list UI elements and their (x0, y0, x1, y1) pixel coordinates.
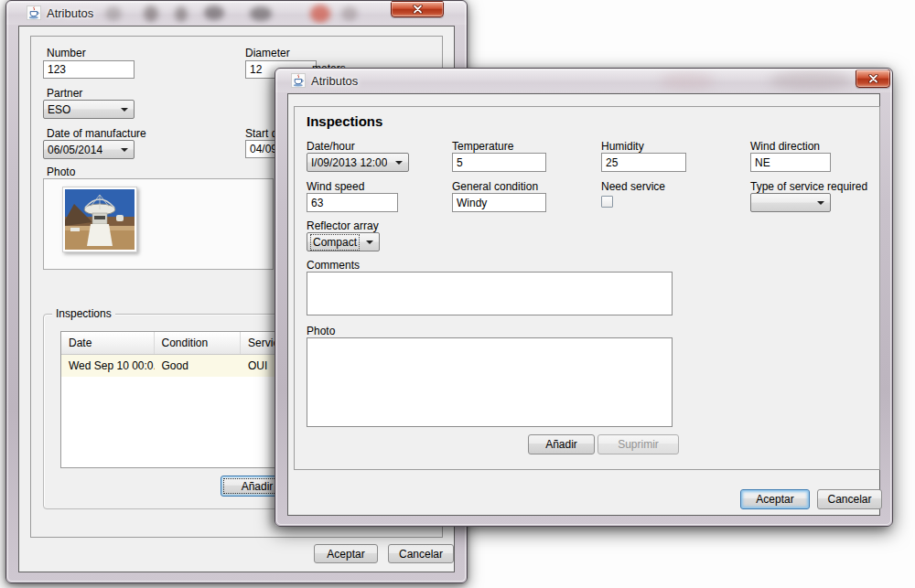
java-cup-icon (27, 5, 41, 20)
close-x-icon (868, 74, 878, 83)
general-condition-label: General condition (452, 180, 538, 193)
inspections-group-legend: Inspections (52, 307, 115, 320)
service-type-combobox[interactable] (750, 193, 831, 212)
window-title: Atributos (47, 6, 93, 20)
number-field[interactable] (43, 60, 135, 79)
chevron-down-icon (121, 148, 128, 152)
manufacture-date-combobox[interactable]: 06/05/2014 (43, 140, 135, 159)
chevron-down-icon (121, 108, 128, 112)
delete-button[interactable]: Suprimir (597, 434, 679, 454)
partner-value: ESO (48, 103, 70, 116)
window-title: Atributos (311, 74, 358, 88)
titlebar-blur-blob (310, 5, 330, 23)
humidity-field[interactable] (601, 153, 686, 172)
wind-direction-field[interactable] (750, 153, 831, 172)
accept-button[interactable]: Aceptar (740, 489, 810, 509)
temperature-label: Temperature (452, 140, 513, 153)
antenna-photo-image (65, 189, 135, 250)
photo-area[interactable] (307, 337, 673, 427)
titlebar-blur-blob (175, 6, 188, 22)
manufacture-date-value: 06/05/2014 (48, 144, 102, 156)
diameter-label: Diameter (245, 47, 290, 59)
column-header-date[interactable]: Date (61, 332, 155, 354)
wind-speed-label: Wind speed (307, 180, 364, 193)
photo-label: Photo (307, 325, 335, 337)
titlebar[interactable]: Atributos (275, 69, 892, 92)
reflector-array-value: Compact (311, 235, 359, 250)
reflector-array-combobox[interactable]: Compact (307, 232, 380, 251)
cancel-button[interactable]: Cancelar (817, 489, 882, 509)
service-type-label: Type of service required (750, 180, 867, 193)
partner-combobox[interactable]: ESO (43, 100, 135, 119)
titlebar-blur-blob (770, 70, 852, 91)
number-label: Number (47, 47, 86, 59)
chevron-down-icon (366, 241, 373, 244)
reflector-array-label: Reflector array (307, 219, 379, 232)
accept-button[interactable]: Aceptar (314, 544, 378, 563)
close-button[interactable] (856, 69, 890, 88)
attributes-window-front: Atributos Inspections Date/hour I/09/201… (274, 68, 893, 527)
photo-label: Photo (47, 166, 75, 178)
dialog-content: Inspections Date/hour I/09/2013 12:00 Te… (287, 93, 880, 516)
manufacture-date-label: Date of manufacture (47, 127, 146, 140)
add-button[interactable]: Añadir (528, 434, 595, 454)
need-service-checkbox[interactable] (601, 196, 613, 208)
need-service-label: Need service (601, 180, 665, 193)
java-cup-icon (291, 73, 306, 88)
titlebar-blur-blob (250, 6, 272, 21)
date-hour-label: Date/hour (307, 140, 355, 153)
titlebar[interactable]: Atributos (6, 1, 467, 25)
date-hour-value: I/09/2013 12:00 (311, 156, 387, 169)
partner-label: Partner (47, 87, 82, 100)
photo-area[interactable] (43, 178, 274, 270)
start-date-label: Start d (245, 127, 277, 140)
titlebar-blur-blob (341, 6, 358, 21)
cell-date: Wed Sep 10 00:0... (61, 355, 155, 377)
column-header-condition[interactable]: Condition (155, 332, 242, 354)
date-hour-combobox[interactable]: I/09/2013 12:00 (307, 153, 409, 172)
inspections-heading: Inspections (307, 113, 382, 129)
comments-label: Comments (307, 259, 360, 272)
comments-textarea[interactable] (307, 272, 673, 315)
antenna-photo[interactable] (62, 187, 137, 252)
titlebar-blur-blob (105, 6, 122, 21)
wind-direction-label: Wind direction (750, 140, 820, 153)
titlebar-blur-blob (660, 72, 715, 91)
cell-condition: Good (155, 355, 242, 377)
cancel-button[interactable]: Cancelar (388, 544, 454, 563)
general-condition-field[interactable] (452, 193, 546, 212)
wind-speed-field[interactable] (307, 193, 398, 212)
temperature-field[interactable] (452, 153, 546, 172)
close-x-icon (413, 5, 423, 14)
chevron-down-icon (817, 201, 824, 205)
titlebar-blur-blob (144, 5, 158, 22)
chevron-down-icon (395, 161, 403, 165)
titlebar-blur-blob (204, 5, 224, 20)
close-button[interactable] (391, 1, 444, 17)
humidity-label: Humidity (601, 140, 644, 153)
